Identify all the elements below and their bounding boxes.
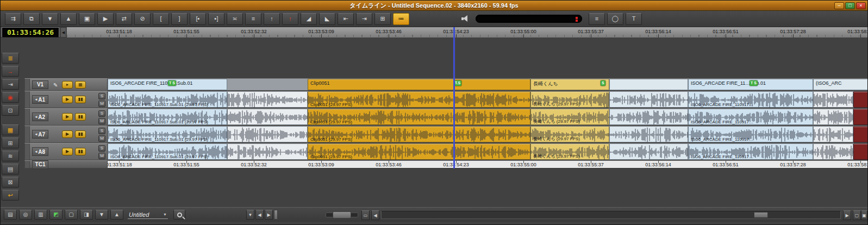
record-button[interactable]: ◯ xyxy=(607,13,623,25)
fit-to-window-button[interactable]: ▭ xyxy=(361,210,370,220)
clip[interactable]: ISO6_ARCADE FIRE_110917… xyxy=(688,91,813,108)
prev-marker-button[interactable]: ◀ xyxy=(255,210,264,220)
set-audio-in-button[interactable]: [▪ xyxy=(190,13,206,25)
match-frame-button[interactable]: ▶ xyxy=(97,13,114,25)
undo-layout-button[interactable]: ↩ xyxy=(2,190,19,201)
track-mute-button[interactable]: M xyxy=(98,101,105,107)
track-header-A8[interactable]: ◂A8▶▮▮SM xyxy=(24,143,108,160)
clip[interactable]: ISO6_ARCADE FIRE_11…Sub.01T S xyxy=(688,79,813,90)
pan-button[interactable]: ▶ xyxy=(62,96,73,103)
default-transition-button[interactable]: ◢ xyxy=(301,13,317,25)
track-label-A2[interactable]: ◂A2 xyxy=(32,112,48,121)
clip[interactable] xyxy=(609,109,688,125)
track-mute-button[interactable]: M xyxy=(98,153,105,159)
track-header-TC1[interactable]: TC1 xyxy=(24,160,108,168)
track-content-A7[interactable]: ISO6_ARCADE FIRE_110917.Sub.01 (29.97 FP… xyxy=(108,126,868,143)
mixer-button[interactable]: ▣ xyxy=(79,13,95,25)
clip[interactable]: Clip0051 (29.97 FPS) xyxy=(308,109,530,125)
maximize-button[interactable]: □ xyxy=(845,2,855,9)
clip[interactable]: 長崎くんち (29.97 FPS) xyxy=(530,126,609,142)
clip[interactable] xyxy=(609,126,688,142)
clip[interactable]: 長崎くんちS xyxy=(530,79,609,90)
clip[interactable] xyxy=(853,126,868,142)
timeline-zoom-slider[interactable] xyxy=(326,212,358,217)
clip[interactable]: ISO6_ARCADE FIRE_110917… xyxy=(688,109,813,125)
clip[interactable] xyxy=(609,143,688,160)
clip[interactable] xyxy=(813,109,853,125)
track-content-A8[interactable]: ISO6_ARCADE FIRE_110917.Sub.01 (29.97 FP… xyxy=(108,143,868,160)
clip[interactable] xyxy=(609,79,688,90)
clip[interactable] xyxy=(853,91,868,108)
track-select-strip[interactable] xyxy=(25,91,30,108)
timeline-ruler[interactable]: 01:33:51:1801:33:51:5501:33:52:3201:33:5… xyxy=(67,27,867,38)
sync-mode-button[interactable]: ⇄ xyxy=(116,13,132,25)
clip[interactable]: Clip0051 (29.97 FPS) xyxy=(308,143,530,160)
track-mute-button[interactable]: M xyxy=(98,118,105,124)
track-select-strip[interactable] xyxy=(25,143,30,160)
collapse-tracks-button[interactable]: ▲ xyxy=(60,13,77,25)
layout-button[interactable]: ⧉ xyxy=(23,13,40,25)
audio-monitor-button[interactable] xyxy=(461,15,471,23)
next-edit-point-button[interactable]: ⇥ xyxy=(356,13,372,25)
tools-dropdown[interactable]: ▼ xyxy=(42,13,58,25)
track-header-A7[interactable]: ◂A7▶▮▮SM xyxy=(24,126,108,143)
scroll-up-button[interactable]: ▲ xyxy=(110,210,123,220)
pan-button[interactable]: ▶ xyxy=(62,113,73,121)
title-bar[interactable]: タイムライン - Untitled Sequence.02 - 3840x216… xyxy=(1,1,867,11)
track-height-thumb[interactable] xyxy=(274,210,278,220)
scroll-down-button[interactable]: ▼ xyxy=(95,210,108,220)
scope-button[interactable]: ◩ xyxy=(49,210,63,220)
clip[interactable]: ISO6_ARCADE FIRE_110917.Sub.01 (29.97 FP… xyxy=(108,91,227,108)
routing-button[interactable]: ▮▮ xyxy=(75,96,86,103)
clip[interactable]: ISO6_ARCADE FIRE_110917.Sub.01 (29.97 FP… xyxy=(108,126,227,142)
set-audio-out-button[interactable]: ▪] xyxy=(208,13,224,25)
prev-edit-point-button[interactable]: ⇤ xyxy=(338,13,354,25)
insert-point-button[interactable]: ⇥ xyxy=(2,79,19,90)
corner-button-2[interactable]: ▣ xyxy=(861,210,867,220)
track-panel-button[interactable]: ⊞ xyxy=(2,138,19,148)
clip[interactable]: (ISO6_ARC xyxy=(813,79,868,90)
track-label-A7[interactable]: ◂A7 xyxy=(32,130,48,139)
scrollbar-thumb[interactable] xyxy=(754,212,768,218)
panes-button[interactable]: ▥ xyxy=(34,210,47,220)
clip[interactable]: ISO6_ARCADE FIRE_110917.Sub.01 (29.97 FP… xyxy=(108,109,227,125)
next-marker-button[interactable]: ▶ xyxy=(265,210,273,220)
grid-view-button[interactable]: ▦ xyxy=(2,124,19,135)
ripple-delete-button[interactable]: ≡ xyxy=(245,13,261,25)
sync-lock-button[interactable]: ▦ xyxy=(75,81,86,89)
audio-crossfade-button[interactable]: ◣ xyxy=(319,13,335,25)
sequence-settings-button[interactable]: ▤ xyxy=(4,210,17,220)
title-tool-button[interactable]: T xyxy=(626,13,642,25)
track-label-V1[interactable]: V1 xyxy=(32,80,48,89)
clip[interactable] xyxy=(853,109,868,125)
pan-button[interactable]: ▶ xyxy=(62,130,73,138)
track-content-A2[interactable]: ISO6_ARCADE FIRE_110917.Sub.01 (29.97 FP… xyxy=(108,108,868,126)
clip[interactable]: Clip0051 (29.97 FPS) xyxy=(308,126,530,142)
clip[interactable]: 長崎くんち (29.97 FPS) xyxy=(530,91,609,108)
disable-clip-button[interactable]: ⊘ xyxy=(134,13,151,25)
track-solo-button[interactable]: S xyxy=(98,145,105,152)
pan-button[interactable]: ▶ xyxy=(62,148,73,155)
clip[interactable] xyxy=(813,91,853,108)
set-out-button[interactable]: ] xyxy=(171,13,188,25)
track-header-A1[interactable]: ◂A1▶▮▮SM xyxy=(24,91,108,108)
trim-mode-button[interactable]: ⊞ xyxy=(374,13,391,25)
routing-button[interactable]: ▮▮ xyxy=(75,148,86,155)
marker-record-button[interactable]: ◉ xyxy=(2,92,19,103)
clip[interactable]: ISO6_ARCADE FIRE_110917… xyxy=(688,143,813,160)
track-label-TC1[interactable]: TC1 xyxy=(32,160,48,169)
clip[interactable]: 長崎くんち (29.97 FPS) xyxy=(530,109,609,125)
horizontal-scrollbar[interactable] xyxy=(381,211,841,219)
snap-toggle-button[interactable]: ◎ xyxy=(19,210,32,220)
view-mode-button[interactable]: ≔ xyxy=(393,13,409,25)
marker-dropdown-button[interactable]: ▼ xyxy=(246,210,254,220)
track-content-TC1[interactable]: 01:33:51:1801:33:51:5501:33:52:3201:33:5… xyxy=(108,160,868,168)
track-label-A8[interactable]: ◂A8 xyxy=(32,147,48,156)
track-label-A1[interactable]: ◂A1 xyxy=(32,95,48,104)
clip[interactable] xyxy=(813,126,853,142)
track-mute-button[interactable]: M xyxy=(98,135,105,142)
clip[interactable] xyxy=(227,126,308,142)
clip[interactable] xyxy=(227,91,308,108)
track-header-V1[interactable]: V1✎▸▦ xyxy=(24,78,108,91)
track-select-strip[interactable] xyxy=(25,161,30,168)
